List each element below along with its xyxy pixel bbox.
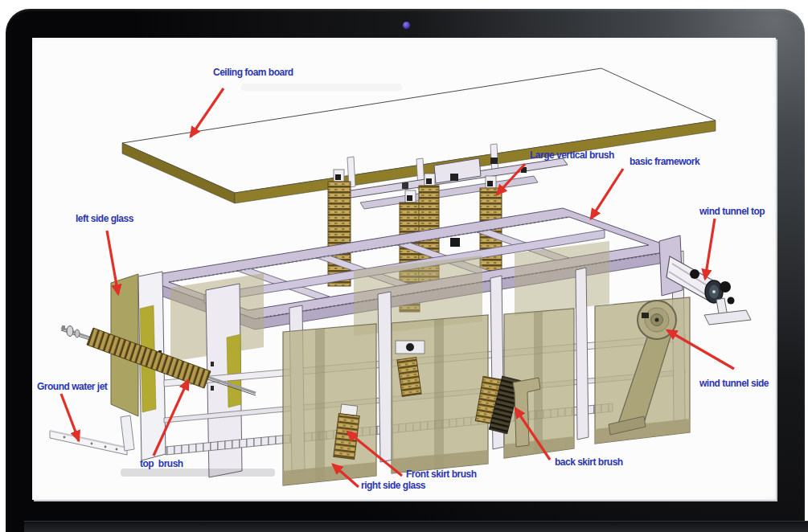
watermark-smudge	[241, 84, 402, 91]
carwash-machine-diagram	[0, 0, 808, 532]
laptop-base	[24, 521, 808, 532]
arrow-basic-framework	[591, 169, 623, 219]
laptop-photo: Ceiling foam boardLarge vertical brushba…	[0, 0, 808, 532]
arrow-wind-tunnel-top	[705, 219, 715, 279]
ground-water-jet-part	[50, 415, 134, 455]
watermark-smudge	[121, 469, 275, 477]
